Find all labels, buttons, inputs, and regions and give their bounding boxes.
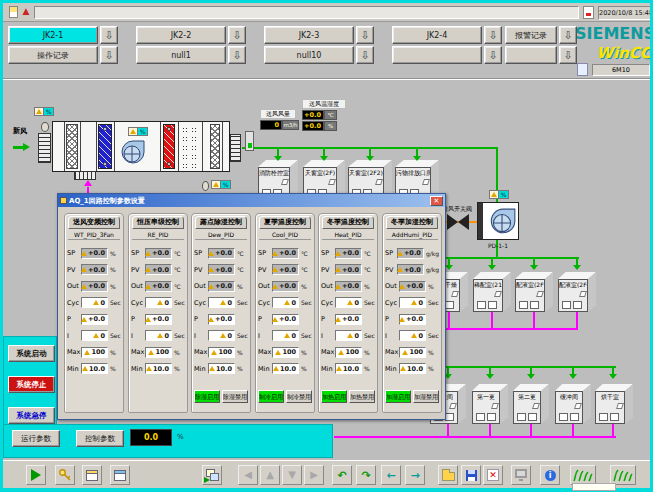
toolbar-info-button[interactable]: i [540, 465, 560, 485]
room-box[interactable]: 配液室(2F4) [558, 272, 596, 312]
toolbar-nav-up-button[interactable]: ▲ [260, 465, 280, 485]
nav-button-blank-1-4[interactable] [505, 46, 557, 64]
popup-titlebar[interactable]: AQ_1回路控制参数设置 ✕ [58, 194, 445, 207]
pid-value-field[interactable]: 10.0 [81, 363, 108, 374]
system-estop-button[interactable]: 系统急停 [8, 407, 55, 424]
nav-arrow-icon-0-1[interactable]: ⇩ [228, 26, 246, 44]
toolbar-save-picture-button[interactable] [461, 465, 481, 485]
pid-value-field[interactable]: 10.0 [145, 363, 172, 374]
pid-value-field[interactable]: 100 [399, 347, 426, 358]
pid-value-field[interactable]: 0 [208, 297, 235, 308]
button-除湿启用[interactable]: 除湿启用 [194, 390, 220, 403]
pid-value-field[interactable]: 0 [335, 297, 362, 308]
pid-value-field[interactable]: 10.0 [335, 363, 362, 374]
pid-value-field[interactable]: 0 [399, 330, 426, 341]
room-box[interactable]: 缓冲间 [555, 384, 591, 424]
button-加湿禁用[interactable]: 加湿禁用 [413, 390, 439, 403]
room-box[interactable]: 烘干室 [595, 384, 633, 424]
nav-arrow-icon-1-3[interactable]: ⇩ [484, 46, 502, 64]
toolbar-activate-runtime-button[interactable] [26, 465, 46, 485]
nav-arrow-icon-1-1[interactable]: ⇩ [228, 46, 246, 64]
pid-value-field[interactable]: +0.0 [399, 281, 426, 292]
button-除湿禁用[interactable]: 除湿禁用 [222, 390, 248, 403]
pid-value-field[interactable]: 10.0 [272, 363, 299, 374]
nav-button-JK2-4[interactable]: JK2-4 [392, 26, 482, 44]
alarm-icon[interactable]: ▲ [21, 5, 31, 18]
nav-button-null1[interactable]: null1 [136, 46, 226, 64]
pid-value-field[interactable]: +0.0 [208, 264, 235, 275]
pid-value-field[interactable]: 0 [335, 330, 362, 341]
room-box[interactable]: 稀配室(213) [473, 272, 511, 312]
nav-button-JK2-1[interactable]: JK2-1 [8, 26, 98, 44]
nav-button-操作记录[interactable]: 操作记录 [8, 46, 98, 64]
pid-value-field[interactable]: 0 [399, 297, 426, 308]
toolbar-monitor-button[interactable] [511, 465, 531, 485]
button-加热禁用[interactable]: 加热禁用 [349, 390, 375, 403]
pid-value-field[interactable]: +0.0 [397, 248, 424, 259]
nav-arrow-icon-0-3[interactable]: ⇩ [484, 26, 502, 44]
pid-value-field[interactable]: +0.0 [145, 281, 172, 292]
system-stop-button[interactable]: 系统停止 [8, 376, 55, 393]
system-start-button[interactable]: 系统启动 [8, 345, 55, 362]
toolbar-runtime-language-2-button[interactable] [610, 465, 636, 485]
nav-arrow-icon-1-0[interactable]: ⇩ [100, 46, 118, 64]
nav-button-blank-1-3[interactable] [392, 46, 482, 64]
exhaust-valve-icon[interactable] [447, 214, 469, 230]
pid-value-field[interactable]: 10.0 [399, 363, 426, 374]
button-加湿启用[interactable]: 加湿启用 [385, 390, 411, 403]
toolbar-runtime-language-1-button[interactable] [570, 465, 596, 485]
toolbar-nav-down-button[interactable]: ▼ [282, 465, 302, 485]
close-icon[interactable]: ✕ [430, 196, 443, 206]
pid-value-field[interactable]: 0 [145, 330, 172, 341]
toolbar-project-pictures-button[interactable] [82, 465, 102, 485]
pid-value-field[interactable]: +0.0 [145, 248, 172, 259]
nav-button-JK2-3[interactable]: JK2-3 [264, 26, 354, 44]
pid-value-field[interactable]: +0.0 [397, 264, 424, 275]
pid-value-field[interactable]: +0.0 [335, 281, 362, 292]
toolbar-undo-button[interactable]: ↶ [332, 465, 352, 485]
toolbar-picture-change-button[interactable] [202, 465, 222, 485]
pid-value-field[interactable]: +0.0 [399, 314, 426, 325]
pid-value-field[interactable]: +0.0 [81, 264, 108, 275]
button-制冷禁用[interactable]: 制冷禁用 [286, 390, 312, 403]
button-加热启用[interactable]: 加热启用 [321, 390, 347, 403]
toolbar-redo-button[interactable]: ↷ [356, 465, 376, 485]
toolbar-nav-right-button[interactable]: ▶ [304, 465, 324, 485]
pid-value-field[interactable]: 0 [81, 330, 108, 341]
nav-arrow-icon-1-4[interactable]: ⇩ [559, 46, 577, 64]
pid-value-field[interactable]: 100 [335, 347, 362, 358]
toolbar-back-button[interactable]: ← [381, 465, 401, 485]
pid-value-field[interactable]: +0.0 [81, 281, 108, 292]
nav-button-null10[interactable]: null10 [264, 46, 354, 64]
pid-value-field[interactable]: +0.0 [272, 264, 299, 275]
pid-value-field[interactable]: +0.0 [335, 314, 362, 325]
room-box[interactable]: 第二更 [513, 384, 549, 424]
room-box[interactable]: 第一更 [472, 384, 508, 424]
nav-arrow-icon-1-2[interactable]: ⇩ [356, 46, 374, 64]
pid-value-field[interactable]: 0 [81, 297, 108, 308]
nav-button-JK2-2[interactable]: JK2-2 [136, 26, 226, 44]
pid-value-field[interactable]: 10.0 [208, 363, 235, 374]
nav-arrow-icon-0-4[interactable]: ⇩ [559, 26, 577, 44]
pid-value-field[interactable]: 0 [272, 330, 299, 341]
toolbar-open-picture-button[interactable] [438, 465, 458, 485]
pid-value-field[interactable]: 100 [145, 347, 172, 358]
pid-value-field[interactable]: +0.0 [81, 248, 108, 259]
picture-doc-icon[interactable] [577, 63, 588, 76]
pid-value-field[interactable]: +0.0 [145, 314, 172, 325]
pid-value-field[interactable]: +0.0 [208, 248, 235, 259]
pid-value-field[interactable]: +0.0 [272, 281, 299, 292]
pid-value-field[interactable]: +0.0 [335, 264, 362, 275]
toolbar-delete-picture-button[interactable]: ✕ [483, 465, 503, 485]
pid-value-field[interactable]: 0 [272, 297, 299, 308]
toolbar-picture-properties-button[interactable] [110, 465, 130, 485]
button-制冷启用[interactable]: 制冷启用 [258, 390, 284, 403]
pid-value-field[interactable]: 0 [208, 330, 235, 341]
control-params-button[interactable]: 控制参数 [76, 430, 124, 447]
pid-value-field[interactable]: +0.0 [145, 264, 172, 275]
pid-value-field[interactable]: +0.0 [208, 281, 235, 292]
pid-value-field[interactable]: 100 [81, 347, 108, 358]
nav-button-报警记录[interactable]: 报警记录 [505, 26, 557, 44]
pid-value-field[interactable]: +0.0 [208, 314, 235, 325]
room-box[interactable]: 配液室(2F1) [515, 272, 553, 312]
